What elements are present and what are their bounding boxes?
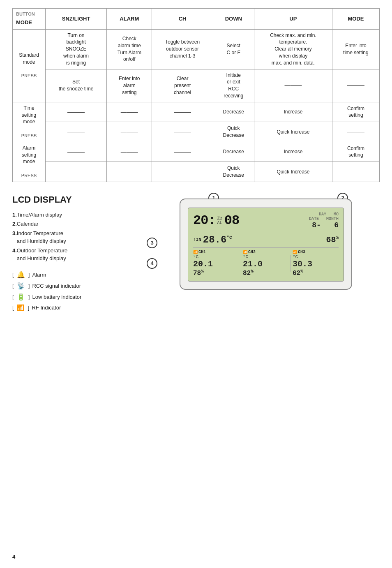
lcd-sep-2 [291, 255, 291, 272]
lcd-ch2-block: 📶 CH2 °C 21.0 82% [243, 250, 289, 277]
mode-standard-hold: ——— [332, 69, 380, 102]
alarm-icon: 🔔 [17, 270, 25, 280]
callout-4: 4 [147, 258, 157, 269]
lcd-ch2-unit: °C [243, 254, 248, 259]
up-time-press: Increase [254, 102, 332, 122]
lcd-ch2-label: 📶 CH2 [243, 250, 256, 254]
lcd-item-1: 1.Time/Alarm display [12, 211, 119, 219]
legend-alarm: [ 🔔 ] Alarm [12, 270, 119, 280]
mode-time-press: Confirmsetting [332, 102, 380, 122]
lcd-time-minutes: 08 [224, 213, 239, 228]
legend-rf: [ 📶 ] RF Indicator [12, 303, 119, 313]
lcd-ch1-temp: 20.1 [193, 259, 213, 269]
down-standard-hold: Initiateor exitRCCreceiving [213, 69, 254, 102]
rf-icon: 📶 [17, 303, 25, 313]
alarm-time-hold: ——— [107, 122, 152, 142]
mode-alarm-hold: ——— [332, 162, 380, 182]
col-header-mode-action: MODE [332, 9, 380, 30]
mode-standard-press: Enter intotime setting [332, 29, 380, 69]
lcd-indoor-row: ↑IN 28.6°C 68% [193, 232, 339, 245]
ch-time-hold: ——— [152, 122, 213, 142]
lcd-device-outline: 20: Zz AL 08 DAY MO DATE MONTH 8- 6 [180, 199, 352, 290]
snz-alarm-hold: ——— [46, 162, 107, 182]
ch-alarm-hold: ——— [152, 162, 213, 182]
callout-3: 3 [147, 238, 157, 248]
up-time-hold: Quick Increase [254, 122, 332, 142]
snz-standard-hold: Setthe snooze time [46, 69, 107, 102]
table-row: Standardmode PRESS Turn onbacklightSNOOZ… [13, 29, 380, 69]
col-header-ch: CH [152, 9, 213, 30]
table-row: ——— ——— ——— QuickDecrease Quick Increase… [13, 162, 380, 182]
down-time-press: Decrease [213, 102, 254, 122]
legend-battery: [ 🔋 ] Low battery indicator [12, 292, 119, 302]
lcd-section: LCD DISPLAY 1.Time/Alarm display 2.Calen… [12, 194, 380, 320]
mode-alarm-press: Confirmsetting [332, 142, 380, 162]
lcd-indoor-hum: 68% [326, 235, 339, 245]
ch-time-press: ——— [152, 102, 213, 122]
snz-alarm-press: ——— [46, 142, 107, 162]
col-header-down: DOWN [213, 9, 254, 30]
lcd-day-date: DAY MO DATE MONTH 8- 6 [309, 212, 339, 229]
lcd-in-label: ↑IN [193, 237, 201, 242]
mode-time-hold: ——— [332, 122, 380, 142]
down-alarm-press: Decrease [213, 142, 254, 162]
rcc-icon: 📡 [17, 281, 25, 291]
lcd-legend: [ 🔔 ] Alarm [ 📡 ] RCC signal indicator [… [12, 270, 119, 313]
lcd-item-2: 2.Calendar [12, 220, 119, 228]
lcd-display-area: 1 2 3 4 20: Zz AL 08 [127, 194, 380, 290]
ch-standard-press: Toggle betweenoutdoor sensorchannel 1-3 [152, 29, 213, 69]
lcd-ch1-hum: 78% [193, 269, 204, 277]
mode-cell: Standardmode PRESS [13, 29, 46, 102]
down-time-hold: QuickDecrease [213, 122, 254, 142]
lcd-ch2-hum: 82% [243, 269, 254, 277]
lcd-items-list: 1.Time/Alarm display 2.Calendar 3.Indoor… [12, 211, 119, 263]
lcd-item-3: 3.Indoor Temperature and Humidity displa… [12, 229, 119, 245]
lcd-ch1-unit: °C [193, 254, 198, 259]
up-alarm-press: Increase [254, 142, 332, 162]
table-row: ——— ——— ——— QuickDecrease Quick Increase… [13, 122, 380, 142]
lcd-ch3-hum: 62% [293, 269, 303, 277]
lcd-description: LCD DISPLAY 1.Time/Alarm display 2.Calen… [12, 194, 119, 320]
alarm-standard-press: Checkalarm timeTurn Alarmon/off [107, 29, 152, 69]
alarm-standard-hold: Enter intoalarmsetting [107, 69, 152, 102]
down-alarm-hold: QuickDecrease [213, 162, 254, 182]
lcd-item-4: 4.Outdoor Temperature and Humidity displ… [12, 247, 119, 263]
mode-alarm-cell: Alarmsettingmode PRESS [13, 142, 46, 182]
battery-icon: 🔋 [17, 292, 25, 302]
lcd-date-month-label: DATE MONTH [309, 217, 339, 221]
lcd-ch3-unit: °C [293, 254, 298, 259]
lcd-ch3-label: 📶 CH3 [293, 250, 305, 254]
table-row: Alarmsettingmode PRESS ——— ——— ——— Decre… [13, 142, 380, 162]
up-alarm-hold: Quick Increase [254, 162, 332, 182]
lcd-snooze: Zz [217, 216, 223, 221]
lcd-day-label: DAY MO [319, 212, 339, 217]
table-row: Timesettingmode PRESS ——— ——— ——— Decrea… [13, 102, 380, 122]
lcd-date-value: 8- 6 [312, 221, 339, 229]
lcd-indoor-temp: 28.6°C [203, 234, 232, 245]
alarm-time-press: ——— [107, 102, 152, 122]
lcd-ch1-block: 📶 CH1 °C 20.1 78% [193, 250, 239, 277]
table-row: Setthe snooze time Enter intoalarmsettin… [13, 69, 380, 102]
alarm-alarm-press: ——— [107, 142, 152, 162]
snz-standard-press: Turn onbacklightSNOOZEwhen alarmis ringi… [46, 29, 107, 69]
legend-rcc: [ 📡 ] RCC signal indicator [12, 281, 119, 291]
up-standard-press: Check max. and min.temperature.Clear all… [254, 29, 332, 69]
col-header-up: UP [254, 9, 332, 30]
lcd-ch3-block: 📶 CH3 °C 30.3 62% [293, 250, 339, 277]
lcd-ch3-temp: 30.3 [293, 259, 312, 269]
lcd-al: AL [217, 221, 222, 225]
snz-time-hold: ——— [46, 122, 107, 142]
col-header-mode: BUTTON MODE [13, 9, 46, 30]
lcd-snooze-al: Zz AL [217, 216, 223, 225]
lcd-device: 1 2 3 4 20: Zz AL 08 [155, 199, 352, 290]
up-standard-hold: ——— [254, 69, 332, 102]
alarm-alarm-hold: ——— [107, 162, 152, 182]
ch-standard-hold: Clearpresentchannel [152, 69, 213, 102]
col-header-alarm: ALARM [107, 9, 152, 30]
lcd-time-row: 20: Zz AL 08 DAY MO DATE MONTH 8- 6 [193, 212, 339, 229]
ch-alarm-press: ——— [152, 142, 213, 162]
col-header-snz: SNZ/LIGHT [46, 9, 107, 30]
lcd-outdoor-row: 📶 CH1 °C 20.1 78% 📶 CH2 °C [193, 247, 339, 277]
down-standard-press: SelectC or F [213, 29, 254, 69]
lcd-ch1-label: 📶 CH1 [193, 250, 206, 254]
